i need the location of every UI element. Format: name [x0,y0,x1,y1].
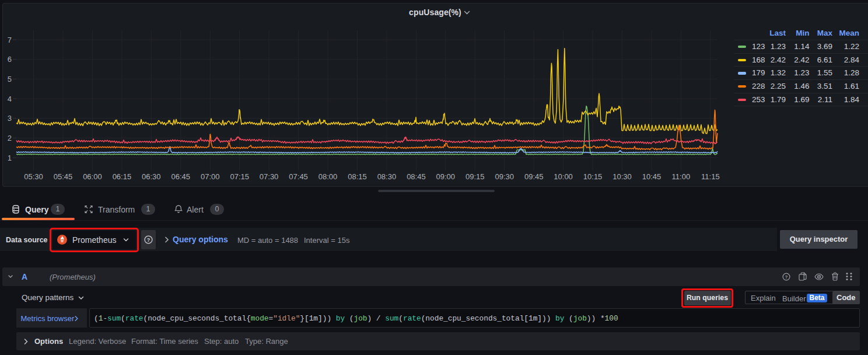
svg-text:09:45: 09:45 [524,172,544,181]
svg-text:08:15: 08:15 [348,172,367,181]
svg-text:10:15: 10:15 [583,172,603,181]
svg-text:08:30: 08:30 [377,172,397,181]
svg-text:09:30: 09:30 [495,172,514,181]
svg-text:05:45: 05:45 [54,172,73,181]
svg-text:07:15: 07:15 [230,172,249,181]
svg-text:5: 5 [8,75,12,83]
svg-text:06:15: 06:15 [113,172,132,181]
svg-text:05:30: 05:30 [24,172,43,181]
svg-text:09:00: 09:00 [436,172,456,181]
svg-text:2: 2 [8,134,12,142]
svg-text:4: 4 [8,95,12,103]
svg-text:?: ? [785,274,788,280]
svg-text:06:00: 06:00 [83,172,102,181]
svg-text:07:45: 07:45 [289,172,308,181]
svg-text:09:15: 09:15 [466,172,485,181]
svg-text:06:30: 06:30 [142,172,161,181]
svg-text:3: 3 [8,114,12,123]
svg-text:6: 6 [8,55,12,64]
svg-text:08:45: 08:45 [407,172,426,181]
svg-text:11:15: 11:15 [701,172,720,181]
svg-text:10:00: 10:00 [554,172,573,181]
svg-text:08:00: 08:00 [318,172,338,181]
svg-text:1: 1 [8,154,12,162]
svg-text:7: 7 [8,36,12,44]
svg-text:06:45: 06:45 [172,172,191,181]
svg-text:07:30: 07:30 [260,172,279,181]
svg-text:10:30: 10:30 [612,172,632,181]
svg-text:07:00: 07:00 [201,172,220,181]
svg-text:11:00: 11:00 [672,172,691,181]
svg-text:?: ? [147,237,150,243]
svg-text:10:45: 10:45 [642,172,662,181]
